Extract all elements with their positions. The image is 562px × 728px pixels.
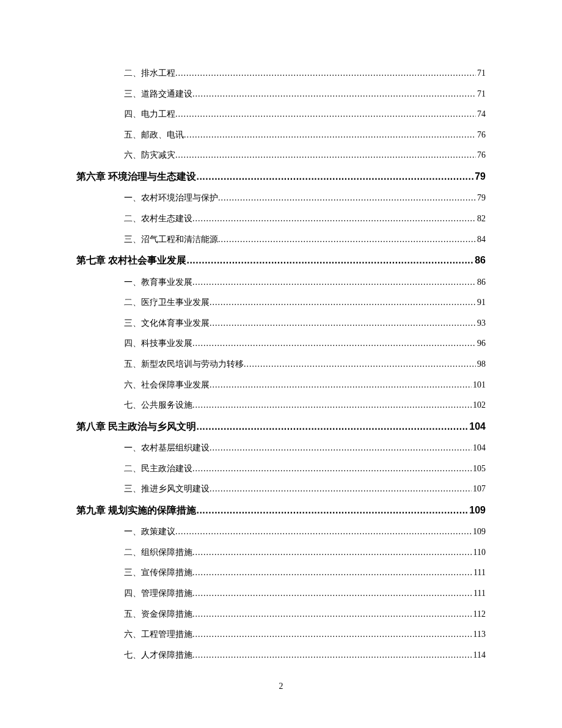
toc-entry-page: 79 [476, 192, 486, 204]
toc-leader-dots [196, 170, 473, 183]
toc-entry-label: 六、工程管理措施 [124, 628, 192, 641]
toc-sub-entry: 七、公共服务设施102 [76, 399, 486, 411]
toc-entry-page: 107 [472, 483, 486, 495]
toc-leader-dots [218, 192, 476, 204]
toc-entry-label: 三、宣传保障措施 [124, 567, 192, 579]
toc-entry-page: 104 [468, 420, 486, 433]
toc-entry-page: 113 [472, 628, 486, 641]
toc-entry-page: 86 [476, 276, 486, 289]
toc-leader-dots [192, 546, 472, 559]
toc-sub-entry: 三、推进乡风文明建设107 [76, 483, 486, 495]
toc-entry-page: 101 [472, 379, 486, 391]
toc-sub-entry: 三、道路交通建设71 [76, 88, 486, 100]
toc-entry-page: 102 [472, 399, 486, 411]
toc-entry-page: 79 [473, 170, 486, 183]
toc-entry-label: 四、科技事业发展 [124, 337, 192, 350]
toc-entry-label: 五、邮政、电讯 [124, 129, 184, 141]
toc-entry-label: 三、文化体育事业发展 [124, 317, 210, 329]
toc-sub-entry: 二、农村生态建设82 [76, 213, 486, 225]
toc-leader-dots [192, 213, 476, 225]
toc-leader-dots [210, 442, 472, 454]
toc-leader-dots [192, 628, 472, 641]
toc-entry-label: 一、政策建议 [124, 526, 175, 538]
toc-sub-entry: 三、沼气工程和清洁能源84 [76, 233, 486, 246]
toc-leader-dots [192, 649, 472, 661]
toc-entry-page: 110 [472, 546, 486, 559]
toc-entry-label: 二、医疗卫生事业发展 [124, 296, 210, 309]
toc-entry-page: 76 [476, 129, 486, 141]
page-number: 2 [0, 682, 562, 691]
toc-sub-entry: 三、宣传保障措施111 [76, 567, 486, 579]
toc-entry-label: 三、道路交通建设 [124, 88, 192, 100]
toc-leader-dots [218, 233, 476, 246]
toc-sub-entry: 七、人才保障措施114 [76, 649, 486, 661]
toc-leader-dots [192, 608, 472, 620]
toc-leader-dots [192, 337, 476, 350]
toc-entry-label: 七、公共服务设施 [124, 399, 192, 411]
toc-sub-entry: 五、资金保障措施112 [76, 608, 486, 620]
toc-entry-label: 第八章 民主政治与乡风文明 [76, 420, 196, 433]
toc-sub-entry: 五、邮政、电讯76 [76, 129, 486, 141]
toc-entry-label: 三、推进乡风文明建设 [124, 483, 210, 495]
toc-sub-entry: 四、科技事业发展96 [76, 337, 486, 350]
toc-entry-page: 86 [473, 254, 486, 267]
toc-leader-dots [196, 504, 468, 517]
toc-entry-page: 96 [476, 337, 486, 350]
toc-entry-label: 四、电力工程 [124, 108, 175, 120]
toc-entry-label: 一、教育事业发展 [124, 276, 192, 289]
toc-chapter-entry: 第六章 环境治理与生态建设79 [76, 170, 486, 183]
toc-entry-page: 71 [476, 88, 486, 100]
toc-leader-dots [175, 67, 476, 79]
toc-entry-page: 82 [476, 213, 486, 225]
toc-entry-page: 111 [472, 567, 486, 579]
toc-sub-entry: 一、教育事业发展86 [76, 276, 486, 289]
toc-leader-dots [192, 88, 476, 100]
toc-entry-page: 109 [468, 504, 486, 517]
toc-entry-page: 105 [472, 463, 486, 475]
toc-leader-dots [196, 420, 468, 433]
toc-entry-label: 三、沼气工程和清洁能源 [124, 233, 218, 246]
toc-sub-entry: 三、文化体育事业发展93 [76, 317, 486, 329]
toc-sub-entry: 二、医疗卫生事业发展91 [76, 296, 486, 309]
toc-leader-dots [192, 399, 472, 411]
toc-entry-page: 98 [476, 358, 486, 370]
toc-sub-entry: 二、民主政治建设105 [76, 463, 486, 475]
toc-leader-dots [184, 129, 476, 141]
toc-entry-page: 104 [472, 442, 486, 454]
toc-entry-page: 76 [476, 149, 486, 161]
toc-leader-dots [192, 463, 472, 475]
toc-leader-dots [210, 296, 476, 309]
toc-chapter-entry: 第七章 农村社会事业发展86 [76, 254, 486, 267]
toc-sub-entry: 六、工程管理措施113 [76, 628, 486, 641]
toc-entry-label: 六、社会保障事业发展 [124, 379, 210, 391]
toc-leader-dots [210, 379, 472, 391]
toc-entry-label: 五、新型农民培训与劳动力转移 [124, 358, 244, 370]
toc-sub-entry: 二、排水工程71 [76, 67, 486, 79]
toc-entry-label: 第九章 规划实施的保障措施 [76, 504, 196, 517]
toc-sub-entry: 一、农村基层组织建设104 [76, 442, 486, 454]
table-of-contents: 二、排水工程71三、道路交通建设71四、电力工程74五、邮政、电讯76六、防灾减… [76, 67, 486, 661]
toc-leader-dots [192, 567, 472, 579]
toc-sub-entry: 一、政策建议109 [76, 526, 486, 538]
toc-chapter-entry: 第八章 民主政治与乡风文明104 [76, 420, 486, 433]
toc-entry-page: 71 [476, 67, 486, 79]
toc-entry-page: 84 [476, 233, 486, 246]
toc-entry-page: 112 [472, 608, 486, 620]
toc-sub-entry: 二、组织保障措施110 [76, 546, 486, 559]
toc-entry-page: 91 [476, 296, 486, 309]
toc-entry-label: 第六章 环境治理与生态建设 [76, 170, 196, 183]
toc-leader-dots [244, 358, 476, 370]
toc-leader-dots [175, 108, 476, 120]
toc-entry-page: 93 [476, 317, 486, 329]
toc-leader-dots [186, 254, 473, 267]
toc-entry-label: 七、人才保障措施 [124, 649, 192, 661]
toc-leader-dots [175, 526, 472, 538]
toc-entry-label: 第七章 农村社会事业发展 [76, 254, 186, 267]
toc-entry-page: 114 [472, 649, 486, 661]
toc-sub-entry: 四、管理保障措施111 [76, 587, 486, 600]
toc-entry-label: 一、农村环境治理与保护 [124, 192, 218, 204]
toc-chapter-entry: 第九章 规划实施的保障措施109 [76, 504, 486, 517]
toc-sub-entry: 六、防灾减灾76 [76, 149, 486, 161]
toc-sub-entry: 五、新型农民培训与劳动力转移98 [76, 358, 486, 370]
toc-entry-page: 74 [476, 108, 486, 120]
